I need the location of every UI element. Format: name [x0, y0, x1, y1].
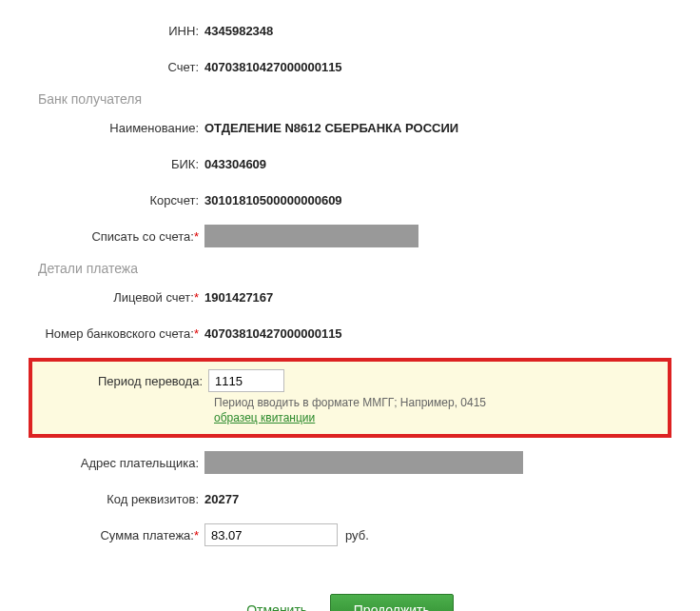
account-label: Счет: [38, 60, 204, 74]
form-actions: Отменить Продолжить [38, 594, 662, 611]
required-marker: * [194, 528, 199, 542]
corr-account-row: Корсчет: 30101810500000000609 [38, 188, 662, 211]
bik-value: 043304609 [204, 157, 266, 171]
requisites-code-label: Код реквизитов: [38, 492, 204, 506]
personal-account-label: Лицевой счет:* [38, 290, 204, 305]
payer-address-label: Адрес плательщика: [38, 456, 204, 470]
transfer-period-highlight: Период перевода: Период вводить в формат… [29, 358, 671, 438]
corr-account-label: Корсчет: [38, 193, 204, 207]
requisites-code-value: 20277 [204, 492, 239, 506]
payer-address-row: Адрес плательщика: [38, 451, 662, 474]
bank-account-num-label: Номер банковского счета:* [38, 326, 204, 341]
debit-account-label: Списать со счета:* [38, 229, 204, 244]
payment-amount-label: Сумма платежа:* [38, 528, 204, 542]
bank-account-num-value: 40703810427000000115 [204, 326, 342, 341]
payment-amount-row: Сумма платежа:* руб. [38, 523, 662, 546]
bik-row: БИК: 043304609 [38, 152, 662, 175]
bank-section-header: Банк получателя [38, 91, 662, 107]
currency-unit: руб. [345, 528, 369, 542]
required-marker: * [194, 290, 199, 305]
inn-value: 4345982348 [204, 24, 273, 38]
personal-account-value: 1901427167 [204, 290, 273, 305]
bik-label: БИК: [38, 157, 204, 171]
payment-form: ИНН: 4345982348 Счет: 407038104270000001… [0, 0, 700, 611]
requisites-code-row: Код реквизитов: 20277 [38, 487, 662, 510]
inn-label: ИНН: [38, 24, 204, 38]
receipt-sample-link[interactable]: образец квитанции [214, 411, 315, 424]
account-row: Счет: 40703810427000000115 [38, 55, 662, 78]
bank-name-value: ОТДЕЛЕНИЕ N8612 СБЕРБАНКА РОССИИ [204, 121, 458, 135]
transfer-period-row: Период перевода: [42, 369, 658, 392]
continue-button[interactable]: Продолжить [330, 594, 454, 611]
transfer-period-hint: Период вводить в формате ММГГ; Например,… [214, 396, 658, 409]
bank-name-label: Наименование: [38, 121, 204, 135]
cancel-link[interactable]: Отменить [246, 602, 307, 611]
payer-address-input[interactable] [204, 451, 523, 474]
inn-row: ИНН: 4345982348 [38, 19, 662, 42]
required-marker: * [194, 229, 199, 244]
personal-account-row: Лицевой счет:* 1901427167 [38, 286, 662, 308]
corr-account-value: 30101810500000000609 [204, 193, 342, 207]
bank-name-row: Наименование: ОТДЕЛЕНИЕ N8612 СБЕРБАНКА … [38, 116, 662, 139]
payment-amount-input[interactable] [204, 523, 338, 546]
debit-account-row: Списать со счета:* [38, 225, 662, 247]
transfer-period-input[interactable] [208, 369, 284, 392]
debit-account-select[interactable] [204, 225, 418, 247]
transfer-period-label: Период перевода: [42, 374, 208, 388]
details-section-header: Детали платежа [38, 261, 662, 276]
bank-account-num-row: Номер банковского счета:* 40703810427000… [38, 322, 662, 345]
account-value: 40703810427000000115 [204, 60, 342, 74]
required-marker: * [194, 326, 199, 341]
